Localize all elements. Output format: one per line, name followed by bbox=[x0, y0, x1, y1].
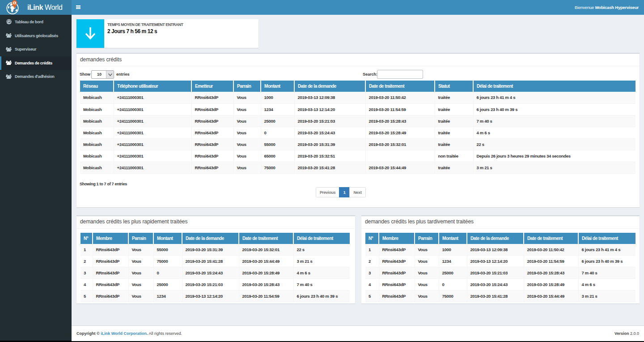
svg-text:$: $ bbox=[14, 1, 16, 5]
